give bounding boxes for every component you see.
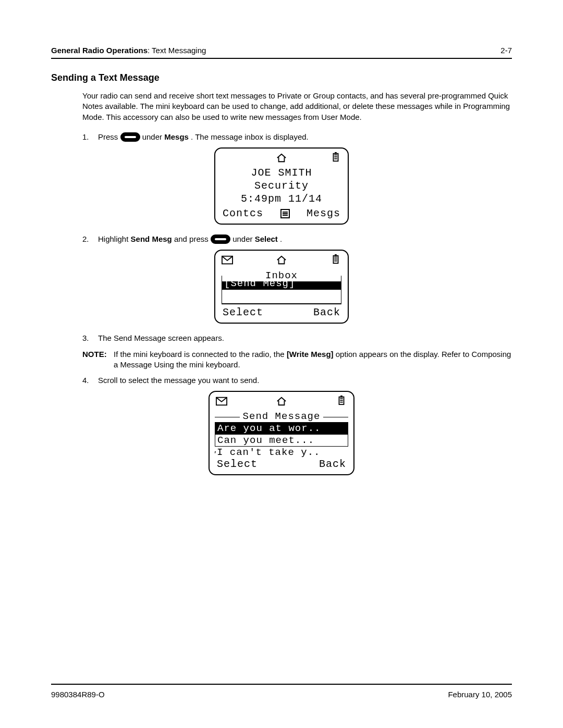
softkeys: Select Back [210,458,353,474]
softkey-left: Select [217,458,258,470]
step-4: 4. Scroll to select the message you want… [82,375,512,386]
svg-rect-20 [340,398,342,399]
status-bar [215,251,348,268]
softkey-right: Back [313,306,340,318]
screen-inbox-home: JOE SMITH Security 5:49pm 11/14 Contcs M… [214,147,349,225]
step-number: 2. [82,234,98,244]
page-header: General Radio Operations: Text Messaging… [51,46,512,59]
step3-text: The Send Message screen appears. [98,333,512,343]
svg-rect-19 [340,402,342,403]
softkeys: Select Back [215,304,348,323]
svg-rect-4 [334,154,337,155]
screen-inbox: Inbox [Send Mesg] Select Back [214,250,349,324]
battery-icon [330,152,341,162]
screen-send-message: Send Message Are you at wor.. Can you me… [209,391,354,475]
intro-paragraph: Your radio can send and receive short te… [82,91,512,122]
battery-icon [336,395,347,405]
step1-post: . The message inbox is displayed. [191,132,309,141]
menu-icon [280,209,290,218]
svg-rect-17 [340,396,342,397]
step2-post: . [280,235,282,243]
svg-rect-1 [335,152,337,154]
softkey-right: Back [319,458,346,470]
section-heading: Sending a Text Message [51,72,512,83]
softkey-button-icon [120,132,140,142]
softkey-button-icon [211,235,230,244]
step4-text: Scroll to select the message you want to… [98,375,512,386]
battery-icon [330,254,341,264]
footer-doc-id: 9980384R89-O [51,690,105,699]
note-pre: If the mini keyboard is connected to the… [114,350,287,359]
step-number: 4. [82,375,98,386]
home-icon [276,153,287,163]
screen-line-name: JOE SMITH [215,166,348,179]
step-2: 2. Highlight Send Mesg and press under S… [82,234,512,244]
screen-line-group: Security [215,179,348,192]
home-icon [276,255,287,265]
softkey-left: Select [223,306,263,318]
status-bar [215,149,348,166]
softkey-right: Mesgs [307,207,340,219]
svg-rect-11 [335,254,337,256]
step-number: 1. [82,132,98,142]
msg-item-selected: Are you at wor.. [215,422,348,435]
svg-rect-3 [334,158,337,159]
softkeys: Contcs Mesgs [215,205,348,224]
step2-mid1: and press [174,235,211,243]
note: NOTE: If the mini keyboard is connected … [82,349,512,371]
mail-icon [216,396,227,406]
step-number: 3. [82,333,98,343]
msg-item: ▼ I can't take y.. [215,447,348,458]
header-page-number: 2-7 [500,46,512,55]
scroll-down-arrow-icon: ▼ [215,450,216,457]
footer-date: February 10, 2005 [448,690,512,699]
msg-item: Can you meet... [215,435,348,447]
screen-legend: Inbox [222,270,341,281]
step2-mid2: under [232,235,255,243]
step2-pre: Highlight [98,235,131,243]
step1-bold: Mesgs [164,132,189,141]
svg-rect-13 [334,261,337,262]
status-bar [210,392,353,410]
svg-rect-14 [334,257,337,258]
note-label: NOTE: [82,349,114,371]
step2-bold1: Send Mesg [131,235,172,243]
note-bold: [Write Mesg] [287,350,334,359]
softkey-left: Contcs [223,207,263,219]
mail-icon [222,255,233,265]
svg-rect-18 [340,400,342,401]
step-1: 1. Press under Mesgs . The message inbox… [82,132,512,142]
home-icon [276,396,287,406]
step2-bold2: Select [255,235,278,243]
screen-line-datetime: 5:49pm 11/14 [215,192,348,205]
step1-mid: under [142,132,165,141]
page-footer: 9980384R89-O February 10, 2005 [51,684,512,699]
msg-item-text: I can't take y.. [217,447,320,458]
svg-rect-2 [334,156,337,157]
svg-rect-12 [334,258,337,260]
header-title: General Radio Operations: Text Messaging [51,46,206,55]
step-3: 3. The Send Message screen appears. [82,333,512,343]
step1-pre: Press [98,132,120,141]
screen-legend: Send Message [240,411,324,422]
